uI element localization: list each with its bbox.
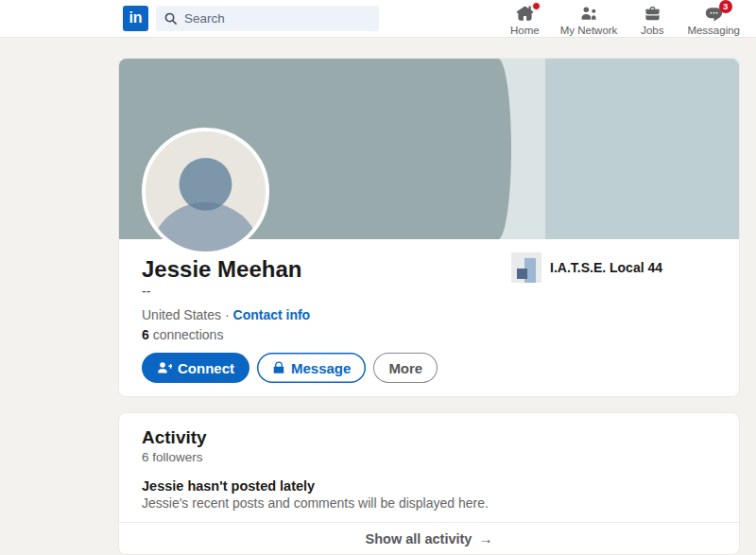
connect-button-label: Connect bbox=[178, 361, 234, 375]
search-input[interactable] bbox=[184, 11, 371, 26]
message-button-label: Message bbox=[291, 361, 351, 375]
lock-icon bbox=[272, 361, 285, 374]
home-icon bbox=[516, 5, 534, 23]
profile-actions: Connect Message More bbox=[142, 353, 716, 383]
separator-dot: · bbox=[225, 307, 230, 322]
location-line: United States · Contact info bbox=[142, 307, 716, 323]
nav-label-my-network: My Network bbox=[560, 25, 618, 36]
nav-item-messaging[interactable]: 3 Messaging bbox=[677, 2, 750, 36]
activity-followers: 6 followers bbox=[142, 450, 716, 464]
nav-item-my-network[interactable]: My Network bbox=[550, 2, 628, 36]
arrow-right-icon: → bbox=[478, 530, 492, 546]
my-network-icon bbox=[580, 5, 598, 23]
nav-item-home[interactable]: Home bbox=[500, 2, 550, 36]
connections-count: 6 bbox=[142, 327, 149, 342]
banner-right-panel bbox=[545, 59, 739, 239]
contact-info-link[interactable]: Contact info bbox=[233, 307, 311, 322]
company-name: I.A.T.S.E. Local 44 bbox=[550, 260, 662, 275]
more-button[interactable]: More bbox=[373, 353, 438, 383]
person-add-icon bbox=[157, 360, 172, 375]
global-nav: in Home bbox=[0, 0, 756, 38]
default-avatar-icon bbox=[146, 131, 266, 251]
nav-label-home: Home bbox=[510, 25, 540, 36]
connections-label: connections bbox=[153, 327, 224, 342]
linkedin-logo[interactable]: in bbox=[123, 6, 148, 31]
search-icon bbox=[163, 11, 178, 26]
search-bar[interactable] bbox=[156, 6, 379, 31]
nav-label-jobs: Jobs bbox=[641, 25, 663, 36]
company-affiliation[interactable]: I.A.T.S.E. Local 44 bbox=[511, 252, 662, 283]
activity-card: Activity 6 followers Jessie hasn't poste… bbox=[118, 412, 740, 555]
profile-headline: -- bbox=[142, 283, 716, 300]
activity-empty-description: Jessie's recent posts and comments will … bbox=[142, 495, 716, 511]
show-all-activity-label: Show all activity bbox=[366, 531, 472, 546]
show-all-activity-link[interactable]: Show all activity → bbox=[119, 522, 739, 554]
message-button[interactable]: Message bbox=[257, 353, 366, 383]
main-content: I.A.T.S.E. Local 44 Jessie Meehan -- Uni… bbox=[118, 58, 740, 555]
profile-location: United States bbox=[142, 307, 221, 322]
messaging-badge: 3 bbox=[719, 0, 732, 13]
nav-label-messaging: Messaging bbox=[687, 25, 740, 36]
profile-photo[interactable] bbox=[142, 128, 269, 255]
nav-item-jobs[interactable]: Jobs bbox=[627, 2, 677, 36]
profile-card: I.A.T.S.E. Local 44 Jessie Meehan -- Uni… bbox=[118, 58, 740, 397]
home-notification-dot bbox=[532, 2, 541, 10]
connections-line[interactable]: 6 connections bbox=[142, 327, 716, 343]
activity-empty-title: Jessie hasn't posted lately bbox=[142, 478, 716, 494]
activity-title: Activity bbox=[142, 426, 716, 449]
connect-button[interactable]: Connect bbox=[142, 353, 249, 383]
company-logo bbox=[511, 252, 541, 283]
nav-items: Home My Network bbox=[500, 2, 750, 36]
more-button-label: More bbox=[388, 361, 422, 375]
jobs-icon bbox=[644, 5, 662, 23]
